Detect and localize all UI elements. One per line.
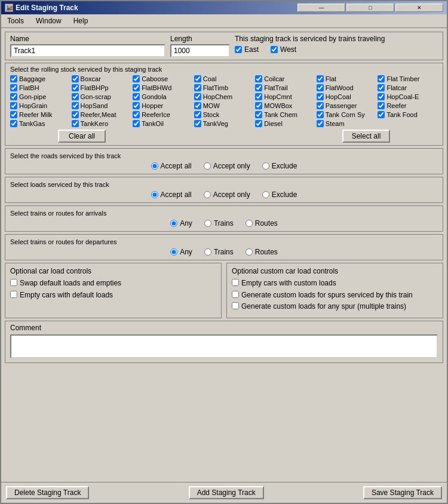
checkbox-reefer-meat[interactable] <box>72 111 79 118</box>
west-check-label[interactable]: West <box>271 45 296 54</box>
checkbox-flatbhwd[interactable] <box>133 84 140 91</box>
clear-all-button[interactable]: Clear all <box>58 130 106 143</box>
checkbox-diesel[interactable] <box>255 120 262 127</box>
swap-loads-check[interactable]: Swap default loads and empties <box>10 279 216 288</box>
roads-accept-all[interactable]: Accept all <box>151 162 192 170</box>
list-item[interactable]: HopChem <box>194 93 254 100</box>
name-input[interactable] <box>10 44 165 57</box>
list-item[interactable]: MOW <box>194 102 254 109</box>
list-item[interactable]: Reefer,Meat <box>72 111 132 118</box>
checkbox-stock[interactable] <box>194 111 201 118</box>
save-staging-track-button[interactable]: Save Staging Track <box>363 486 442 499</box>
list-item[interactable]: Flat <box>317 75 377 82</box>
checkbox-gondola[interactable] <box>133 93 140 100</box>
list-item[interactable]: HopCmnt <box>255 93 315 100</box>
minimize-button[interactable]: — <box>297 4 345 12</box>
checkbox-gon-scrap[interactable] <box>72 93 79 100</box>
loads-accept-all-radio[interactable] <box>151 191 158 198</box>
list-item[interactable]: FlatTrail <box>255 84 315 91</box>
list-item[interactable]: Hopper <box>133 102 193 109</box>
checkbox-hopchem[interactable] <box>194 93 201 100</box>
list-item[interactable]: Gon-pipe <box>10 93 70 100</box>
close-button[interactable]: ✕ <box>395 4 443 12</box>
checkbox-flat-timber[interactable] <box>378 75 385 82</box>
checkbox-steam[interactable] <box>317 120 324 127</box>
list-item[interactable]: MOWBox <box>255 102 315 109</box>
list-item[interactable]: Flat Timber <box>378 75 438 82</box>
list-item[interactable]: Baggage <box>10 75 70 82</box>
roads-accept-only[interactable]: Accept only <box>204 162 250 170</box>
checkbox-flatwood[interactable] <box>317 84 324 91</box>
gen-custom-loads-spurs-checkbox[interactable] <box>232 291 239 298</box>
list-item[interactable]: TankOil <box>133 120 193 127</box>
swap-loads-checkbox[interactable] <box>10 279 17 286</box>
list-item[interactable]: TankVeg <box>194 120 254 127</box>
roads-exclude-radio[interactable] <box>262 162 269 170</box>
gen-custom-loads-any-spur-checkbox[interactable] <box>232 302 239 309</box>
empty-custom-loads-checkbox[interactable] <box>232 279 239 286</box>
checkbox-flatbhpp[interactable] <box>72 84 79 91</box>
checkbox-reefer[interactable] <box>378 102 385 109</box>
list-item[interactable]: TankGas <box>10 120 70 127</box>
departures-routes-radio[interactable] <box>246 248 253 256</box>
empty-default-loads-checkbox[interactable] <box>10 291 17 298</box>
checkbox-tankveg[interactable] <box>194 120 201 127</box>
east-check-label[interactable]: East <box>235 45 259 54</box>
loads-exclude[interactable]: Exclude <box>262 190 297 199</box>
arrivals-any-radio[interactable] <box>170 220 177 227</box>
checkbox-hopgrain[interactable] <box>10 102 17 109</box>
add-staging-track-button[interactable]: Add Staging Track <box>189 486 264 499</box>
checkbox-tankoil[interactable] <box>133 120 140 127</box>
menu-window[interactable]: Window <box>32 16 65 26</box>
checkbox-coal[interactable] <box>194 75 201 82</box>
roads-accept-all-radio[interactable] <box>151 162 158 170</box>
checkbox-hopcmnt[interactable] <box>255 93 262 100</box>
checkbox-tank-food[interactable] <box>378 111 385 118</box>
list-item[interactable]: HopCoal <box>317 93 377 100</box>
list-item[interactable]: HopCoal-E <box>378 93 438 100</box>
checkbox-hopsand[interactable] <box>72 102 79 109</box>
list-item[interactable]: Reefer Milk <box>10 111 70 118</box>
loads-accept-only[interactable]: Accept only <box>204 190 250 199</box>
checkbox-coilcar[interactable] <box>255 75 262 82</box>
list-item[interactable]: HopSand <box>72 102 132 109</box>
select-all-button[interactable]: Select all <box>342 130 390 143</box>
departures-routes[interactable]: Routes <box>246 248 278 256</box>
loads-accept-only-radio[interactable] <box>204 191 211 198</box>
list-item[interactable]: FlatTimb <box>194 84 254 91</box>
arrivals-routes-radio[interactable] <box>246 220 253 227</box>
menu-help[interactable]: Help <box>70 16 92 26</box>
list-item[interactable]: Gondola <box>133 93 193 100</box>
checkbox-gon-pipe[interactable] <box>10 93 17 100</box>
list-item[interactable]: Stock <box>194 111 254 118</box>
delete-staging-track-button[interactable]: Delete Staging Track <box>6 486 89 499</box>
checkbox-flat[interactable] <box>317 75 324 82</box>
checkbox-hopcoal[interactable] <box>317 93 324 100</box>
checkbox-mowbox[interactable] <box>255 102 262 109</box>
departures-trains[interactable]: Trains <box>204 248 234 256</box>
list-item[interactable]: Caboose <box>133 75 193 82</box>
menu-tools[interactable]: Tools <box>4 16 27 26</box>
list-item[interactable]: Passenger <box>317 102 377 109</box>
list-item[interactable]: Gon-scrap <box>72 93 132 100</box>
list-item[interactable]: Reefer <box>378 102 438 109</box>
departures-any[interactable]: Any <box>170 248 192 256</box>
arrivals-trains-radio[interactable] <box>204 220 211 227</box>
list-item[interactable]: Tank Chem <box>255 111 315 118</box>
list-item[interactable]: Tank Corn Sy <box>317 111 377 118</box>
loads-accept-all[interactable]: Accept all <box>151 190 192 199</box>
checkbox-flatcar[interactable] <box>378 84 385 91</box>
length-input[interactable] <box>170 44 230 57</box>
gen-custom-loads-spurs-check[interactable]: Generate custom loads for spurs serviced… <box>232 291 438 300</box>
arrivals-any[interactable]: Any <box>170 219 192 228</box>
east-checkbox[interactable] <box>235 46 242 53</box>
loads-exclude-radio[interactable] <box>262 191 269 198</box>
list-item[interactable]: Coilcar <box>255 75 315 82</box>
departures-any-radio[interactable] <box>170 248 177 256</box>
checkbox-flattimb[interactable] <box>194 84 201 91</box>
list-item[interactable]: FlatWood <box>317 84 377 91</box>
arrivals-trains[interactable]: Trains <box>204 219 234 228</box>
list-item[interactable]: FlatBHPp <box>72 84 132 91</box>
list-item[interactable]: ReeferIce <box>133 111 193 118</box>
checkbox-tank-chem[interactable] <box>255 111 262 118</box>
